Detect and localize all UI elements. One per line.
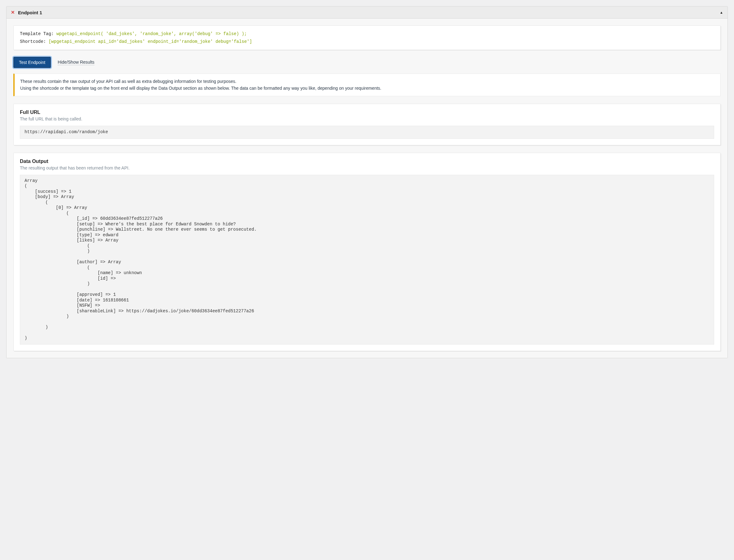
collapse-icon[interactable]: ▲ <box>720 11 723 14</box>
template-arg1: 'dad_jokes' <box>106 31 134 36</box>
full-url-heading: Full URL <box>20 110 714 115</box>
template-arg3: 'debug' <box>195 31 213 36</box>
full-url-sub: The full URL that is being called. <box>20 116 714 121</box>
template-sep1: , <box>135 31 140 36</box>
template-sep2: , array( <box>174 31 195 36</box>
full-url-card: Full URL The full URL that is being call… <box>13 104 721 145</box>
panel-title: Endpoint 1 <box>18 10 42 15</box>
actions-row: Test Endpoint Hide/Show Results <box>13 57 721 68</box>
data-output-heading: Data Output <box>20 159 714 164</box>
full-url-value: https://rapidapi.com/random/joke <box>20 126 714 139</box>
shortcode-label: Shortcode: <box>20 39 48 44</box>
data-output-sub: The resulting output that has been retur… <box>20 165 714 170</box>
template-arg2: 'random_joke' <box>140 31 174 36</box>
shortcode-line: Shortcode: [wpgetapi_endpoint api_id='da… <box>20 38 714 46</box>
notice-line-1: These results contain the raw output of … <box>20 78 715 85</box>
template-sep3: => false) ); <box>213 31 247 36</box>
template-fn: wpgetapi_endpoint( <box>57 31 106 36</box>
toggle-results-link[interactable]: Hide/Show Results <box>58 60 94 65</box>
endpoint-panel-header[interactable]: ✕ Endpoint 1 ▲ <box>7 7 727 19</box>
data-output-card: Data Output The resulting output that ha… <box>13 153 721 351</box>
panel-body: Template Tag: wpgetapi_endpoint( 'dad_jo… <box>7 19 727 358</box>
template-tag-line: Template Tag: wpgetapi_endpoint( 'dad_jo… <box>20 30 714 38</box>
notice-line-2: Using the shortcode or the template tag … <box>20 85 715 92</box>
code-snippet-box: Template Tag: wpgetapi_endpoint( 'dad_jo… <box>13 25 721 50</box>
shortcode-value: [wpgetapi_endpoint api_id='dad_jokes' en… <box>48 39 252 44</box>
panel-header-left: ✕ Endpoint 1 <box>11 10 42 15</box>
results-notice: These results contain the raw output of … <box>13 74 721 96</box>
close-icon[interactable]: ✕ <box>11 10 15 15</box>
data-output-value: Array ( [success] => 1 [body] => Array (… <box>20 175 714 345</box>
endpoint-panel: ✕ Endpoint 1 ▲ Template Tag: wpgetapi_en… <box>6 6 728 358</box>
test-endpoint-button[interactable]: Test Endpoint <box>13 57 51 68</box>
template-tag-label: Template Tag: <box>20 31 57 36</box>
